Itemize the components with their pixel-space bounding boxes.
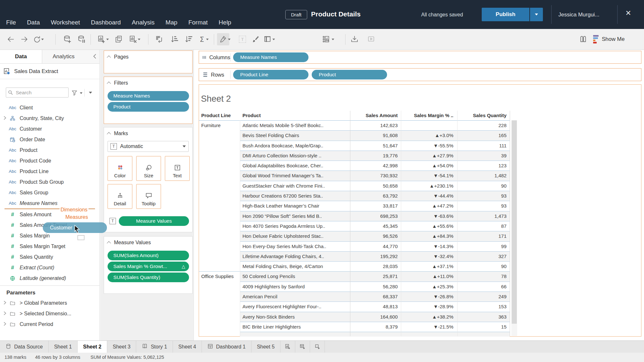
chevron-down-icon[interactable]	[206, 39, 209, 42]
group-label[interactable]: Office Supplies	[199, 272, 240, 337]
cell-sales-margin[interactable]: ▲+84.3%	[401, 231, 457, 241]
table-row[interactable]: Lifetime Advantage Folding Chairs, 4..19…	[240, 252, 510, 262]
cell-sales-margin[interactable]: ▼-44.4%	[401, 191, 457, 201]
cell-product[interactable]: 50 Colored Long Pencils	[240, 272, 350, 281]
columns-pill-measure-names[interactable]: Measure Names	[233, 52, 308, 62]
redo-button[interactable]	[18, 33, 31, 45]
cell-sales-margin[interactable]: ▼-28.9%	[401, 302, 457, 311]
cell-sales-quantity[interactable]: 90	[457, 181, 510, 191]
cell-sales-amount[interactable]: 50,658	[350, 181, 401, 191]
field-customer[interactable]: AbcCustomer	[0, 124, 99, 134]
cell-sales-quantity[interactable]: 111	[457, 141, 510, 151]
cell-sales-margin[interactable]	[401, 121, 457, 130]
cell-product[interactable]: American Pencil	[240, 292, 350, 302]
cell-sales-quantity[interactable]: 153	[457, 302, 510, 311]
sheet-tab-dashboard-1[interactable]: Dashboard 1	[202, 341, 251, 353]
highlight-button[interactable]	[217, 33, 229, 45]
cell-sales-quantity[interactable]: 1,473	[457, 211, 510, 221]
field-product-code[interactable]: AbcProduct Code	[0, 155, 99, 166]
table-row[interactable]: DMI Arturo Collection Mission-style ..19…	[240, 151, 510, 161]
cell-sales-amount[interactable]: 45,345	[350, 221, 401, 231]
cell-product[interactable]: Hon Deluxe Fabric Upholstered Stac..	[240, 231, 350, 241]
sort-descending-button[interactable]	[183, 33, 195, 45]
measure-values-pill-sum-sales-quantity[interactable]: SUM(Sales Quantity)	[108, 273, 189, 282]
cell-sales-quantity[interactable]: 165	[457, 131, 510, 140]
marks-button-color[interactable]: Color	[108, 156, 132, 181]
cell-sales-quantity[interactable]: 78	[457, 272, 510, 281]
show-me-button[interactable]: Show Me	[593, 33, 625, 45]
field-product-sub-group[interactable]: AbcProduct Sub Group	[0, 177, 99, 187]
chevron-down-icon[interactable]	[332, 39, 334, 42]
search-input[interactable]	[6, 88, 69, 97]
cell-sales-margin[interactable]: ▲+47.2%	[401, 201, 457, 211]
cell-sales-margin[interactable]: ▲+38.2%	[401, 312, 457, 322]
cell-product[interactable]: Avery Fluorescent Highlighter Four-..	[240, 302, 350, 311]
chevron-down-icon[interactable]	[228, 39, 231, 42]
cell-sales-amount[interactable]: 28,035	[350, 262, 401, 271]
field-latitude-generated[interactable]: Latitude (generated)	[0, 273, 99, 283]
cell-sales-margin[interactable]: ▼-14.3%	[401, 242, 457, 251]
cell-sales-quantity[interactable]: 1,482	[457, 171, 510, 181]
sheet-tab-data-source[interactable]: Data Source	[0, 341, 49, 353]
cell-sales-margin[interactable]: ▲+11.0%	[401, 272, 457, 281]
chevron-down-icon[interactable]	[272, 39, 275, 42]
field-order-date[interactable]: Order Date	[0, 134, 99, 145]
group-label[interactable]: Furniture	[199, 121, 240, 272]
table-row[interactable]: Bevis Steel Folding Chairs91,608▲+3.0%16…	[240, 131, 510, 141]
cell-product[interactable]: Bush Andora Bookcase, Maple/Grap..	[240, 141, 350, 151]
column-header-sales-margin[interactable]: Sales Margin % ..	[401, 111, 457, 120]
table-row[interactable]: Metal Folding Chairs, Beige, 4/Carton28,…	[240, 262, 510, 272]
expand-icon[interactable]	[3, 311, 7, 317]
field-sales-margin-target[interactable]: #Sales Margin Target	[0, 241, 99, 252]
chevron-up-icon[interactable]	[107, 241, 111, 245]
rows-pill-product[interactable]: Product	[312, 70, 387, 79]
table-row[interactable]: High-Back Leather Manager’s Chair33,817▲…	[240, 201, 510, 211]
sheet-tab-sheet-1[interactable]: Sheet 1	[49, 341, 78, 353]
menu-file[interactable]: File	[6, 19, 16, 26]
marks-button-size[interactable]: Size	[136, 156, 161, 181]
marks-button-detail[interactable]: Detail	[108, 184, 132, 209]
menu-help[interactable]: Help	[219, 19, 231, 26]
cell-sales-amount[interactable]: 25,871	[350, 272, 401, 281]
chevron-up-icon[interactable]	[107, 81, 111, 86]
column-header-product[interactable]: Product	[240, 111, 350, 120]
cell-sales-margin[interactable]: ▲+54.0%	[401, 161, 457, 171]
columns-shelf[interactable]: Columns Measure Names	[199, 51, 641, 64]
fit-selector-button[interactable]	[320, 33, 332, 45]
cell-product[interactable]: BIC Brite Liner Highlighters	[240, 322, 350, 332]
chevron-down-icon[interactable]	[80, 92, 82, 95]
data-source-item[interactable]: Sales Data Extract	[0, 64, 99, 79]
cell-sales-margin[interactable]: ▼-32.4%	[401, 252, 457, 261]
close-button[interactable]: ✕	[625, 9, 631, 17]
vertical-scrollbar-thumb[interactable]	[512, 120, 517, 324]
cell-sales-margin[interactable]: ▼-63.6%	[401, 211, 457, 221]
cell-sales-amount[interactable]: 91,608	[350, 131, 401, 140]
cell-product[interactable]: 4009 Highlighters by Sanford	[240, 282, 350, 292]
cell-product[interactable]: DMI Arturo Collection Mission-style ..	[240, 151, 350, 161]
menu-data[interactable]: Data	[27, 19, 40, 26]
cell-sales-amount[interactable]: 142,623	[350, 121, 401, 130]
collapse-pane-button[interactable]	[92, 54, 97, 60]
parameter-global-parameters[interactable]: > Global Parameters	[0, 298, 99, 308]
cell-product[interactable]: Atlantic Metals Mobile 5-Shelf Bookc..	[240, 121, 350, 130]
cell-product[interactable]: High-Back Leather Manager’s Chair	[240, 201, 350, 211]
cell-sales-margin[interactable]: ▲+3.0%	[401, 131, 457, 140]
cell-sales-amount[interactable]: 51,647	[350, 141, 401, 151]
filter-pill-product[interactable]: Product	[108, 102, 189, 112]
cell-sales-quantity[interactable]: 123	[457, 161, 510, 171]
publish-dropdown-button[interactable]	[530, 8, 543, 21]
publish-button[interactable]: Publish	[482, 8, 529, 21]
rows-pill-product-line[interactable]: Product Line	[233, 70, 308, 79]
cell-sales-amount[interactable]: 96,526	[350, 231, 401, 241]
cell-sales-amount[interactable]: 195,292	[350, 252, 401, 261]
cell-sales-amount[interactable]: 42,998	[350, 161, 401, 171]
cell-borders-button[interactable]	[261, 33, 274, 45]
menu-format[interactable]: Format	[188, 19, 208, 26]
chevron-down-icon[interactable]	[89, 92, 92, 95]
cell-sales-amount[interactable]: 8,379	[350, 322, 401, 332]
tab-data[interactable]: Data	[0, 50, 42, 63]
cell-product[interactable]: Hon 4070 Series Pagoda Armless Up..	[240, 221, 350, 231]
duplicate-button[interactable]	[113, 33, 125, 45]
table-row[interactable]: Hon 4070 Series Pagoda Armless Up..45,34…	[240, 221, 510, 231]
new-dashboard-tab-button[interactable]	[295, 341, 310, 353]
